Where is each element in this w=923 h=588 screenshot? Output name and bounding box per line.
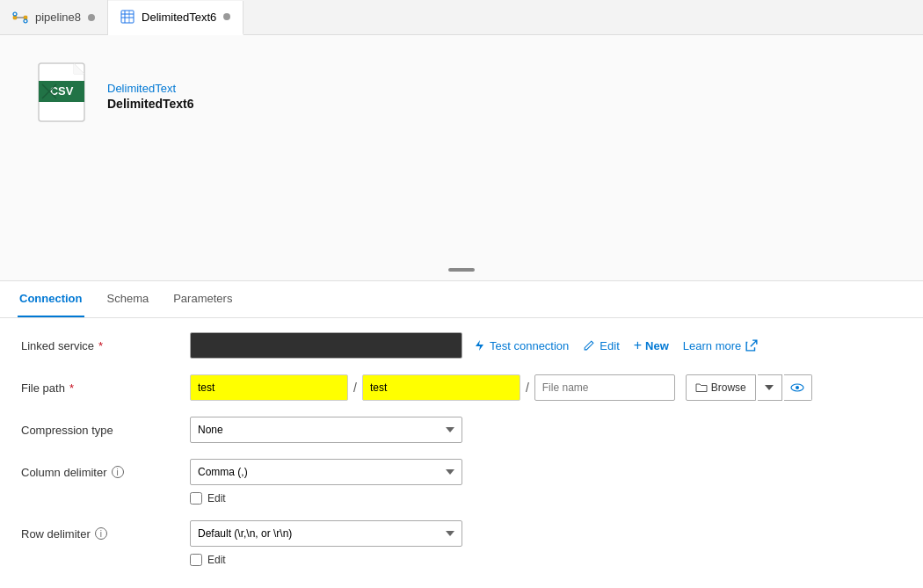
file-path-required-star: * [69,381,74,395]
sub-tab-schema[interactable]: Schema [105,281,151,317]
file-path-row: File path * / / Browse [21,374,902,401]
column-delimiter-info-icon[interactable]: i [112,466,124,478]
column-delimiter-edit-label[interactable]: Edit [207,492,226,505]
row-delimiter-label: Row delimiter i [21,527,179,541]
file-path-actions: Browse [686,374,812,401]
svg-point-3 [13,12,17,16]
required-star: * [98,339,103,352]
file-path-directory-input[interactable] [362,374,520,401]
svg-rect-1 [24,16,27,19]
row-delimiter-info-icon[interactable]: i [95,527,107,540]
column-delimiter-label: Column delimiter i [21,466,179,479]
learn-more-button[interactable]: Learn more [683,339,758,352]
csv-icon: CSV [35,62,95,130]
tab-delimitedtext6-dot [223,13,230,20]
tab-bar: pipeline8 DelimitedText6 [0,0,923,35]
chevron-down-icon [765,385,774,390]
row-delimiter-row: Row delimiter i Default (\r,\n, or \r\n)… [21,520,902,547]
eye-icon [790,383,804,392]
linked-service-area: Test connection Edit + New Learn more [190,332,902,359]
test-connection-button[interactable]: Test connection [473,339,569,352]
tab-pipeline8[interactable]: pipeline8 [0,0,108,34]
pencil-icon [583,339,595,352]
folder-icon [695,382,708,393]
path-separator-1: / [352,381,359,395]
compression-type-select[interactable]: None GZip Deflate BZip2 [190,417,462,443]
row-delimiter-edit-label[interactable]: Edit [207,554,226,566]
file-path-filename-input[interactable] [534,374,675,401]
row-delimiter-edit-row: Edit [190,554,902,566]
plus-icon: + [634,338,642,353]
svg-point-4 [24,19,27,23]
edit-linked-service-button[interactable]: Edit [583,339,619,352]
svg-point-18 [796,386,799,389]
compression-type-row: Compression type None GZip Deflate BZip2 [21,417,902,443]
column-delimiter-edit-row: Edit [190,492,902,505]
canvas-area: CSV DelimitedText DelimitedText6 [0,35,923,281]
column-delimiter-edit-area: Edit [190,489,902,505]
browse-chevron-button[interactable] [758,374,782,401]
form-body: Linked service * Test connection [0,318,923,580]
column-delimiter-row: Column delimiter i Comma (,) Semicolon (… [21,459,902,485]
svg-rect-5 [121,11,134,23]
redacted-overlay [191,333,462,358]
dataset-card: CSV DelimitedText DelimitedText6 [35,62,194,130]
linked-service-input[interactable] [190,332,462,359]
compression-type-label: Compression type [21,424,179,437]
tab-pipeline8-dot [88,14,95,21]
tab-delimitedtext6-label: DelimitedText6 [142,11,216,24]
column-delimiter-edit-checkbox[interactable] [190,492,202,505]
external-link-icon [745,339,758,352]
minimize-button[interactable] [448,268,475,272]
browse-button[interactable]: Browse [686,374,756,401]
lightning-icon [473,339,485,352]
row-delimiter-section: Row delimiter i Default (\r,\n, or \r\n)… [21,520,902,566]
dataset-name-label: DelimitedText6 [107,97,194,111]
preview-button[interactable] [784,374,812,401]
dataset-labels: DelimitedText DelimitedText6 [107,82,194,111]
tab-delimitedtext6[interactable]: DelimitedText6 [108,1,243,35]
ls-actions: Test connection Edit + New Learn more [473,338,758,353]
pipeline-icon [12,10,28,25]
sub-tabs: Connection Schema Parameters [0,281,923,318]
linked-service-label: Linked service * [21,339,179,352]
new-linked-service-button[interactable]: + New [634,338,669,353]
file-path-container-input[interactable] [190,374,348,401]
linked-service-row: Linked service * Test connection [21,332,902,359]
row-delimiter-edit-checkbox[interactable] [190,554,202,566]
file-path-area: / / Browse [190,374,902,401]
table-icon [120,10,134,24]
column-delimiter-section: Column delimiter i Comma (,) Semicolon (… [21,459,902,505]
sub-tab-connection[interactable]: Connection [18,281,84,317]
sub-tab-parameters[interactable]: Parameters [171,281,234,317]
path-separator-2: / [524,381,531,395]
row-delimiter-select[interactable]: Default (\r,\n, or \r\n) Carriage return… [190,520,462,547]
row-delimiter-edit-area: Edit [190,550,902,566]
tab-pipeline8-label: pipeline8 [35,11,81,24]
dataset-type-label: DelimitedText [107,82,194,95]
column-delimiter-select[interactable]: Comma (,) Semicolon (;) Pipe (|) Tab Non… [190,459,462,485]
file-path-label: File path * [21,381,179,395]
svg-rect-0 [13,16,17,19]
bottom-panel: Connection Schema Parameters Linked serv… [0,281,923,580]
